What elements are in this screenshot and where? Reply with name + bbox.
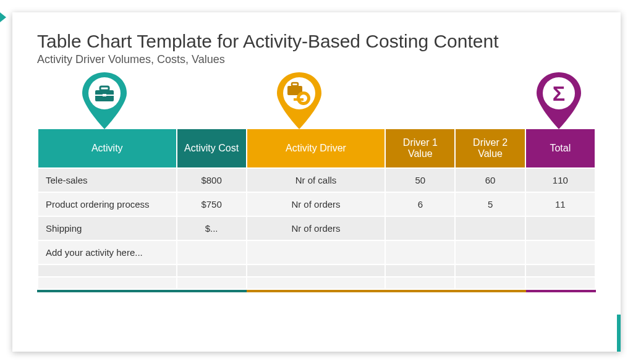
cell-cost [177,277,246,289]
table-body: Tele-sales $800 Nr of calls 50 60 110 Pr… [38,169,595,289]
table-row: Product ordering process $750 Nr of orde… [38,193,595,216]
cell-d1 [386,265,454,276]
cell-total [526,265,595,276]
cell-activity [38,265,176,276]
cell-driver [247,241,385,264]
cell-driver [247,265,385,276]
cell-d2 [456,217,524,240]
table-row: Tele-sales $800 Nr of calls 50 60 110 [38,169,595,192]
cell-total: 110 [526,169,595,192]
cell-activity [38,277,176,289]
cell-total [526,277,595,289]
cell-d1 [386,241,454,264]
cell-activity: Add your activity here... [38,241,176,264]
table-row: Shipping $... Nr of orders [38,217,595,240]
cell-d2 [456,241,524,264]
cell-d1 [386,217,454,240]
border-segment-teal [37,290,247,292]
slide: Table Chart Template for Activity-Based … [12,12,621,352]
col-total: Total [526,129,595,167]
table-bottom-border [37,290,596,292]
briefcase-tape-icon [275,72,323,129]
svg-rect-4 [103,94,106,96]
cell-driver: Nr of orders [247,193,385,216]
cell-d2: 5 [456,193,524,216]
col-activity: Activity [38,129,176,167]
cell-total: 11 [526,193,595,216]
col-driver2: Driver 2 Value [456,129,524,167]
cell-activity: Product ordering process [38,193,176,216]
slide-title: Table Chart Template for Activity-Based … [37,31,596,52]
briefcase-icon [80,72,129,129]
cell-cost: $800 [177,169,246,192]
col-driver: Activity Driver [247,129,385,167]
cell-d2 [456,277,524,289]
border-segment-magenta [526,290,596,292]
cell-d1 [386,277,454,289]
cell-activity: Tele-sales [38,169,176,192]
cell-total [526,241,595,264]
pin-row: Σ [37,72,596,128]
col-driver1: Driver 1 Value [386,129,454,167]
table-header-row: Activity Activity Cost Activity Driver D… [38,129,595,167]
svg-rect-10 [294,98,304,101]
cell-cost: $750 [177,193,246,216]
left-accent-tab [0,12,6,22]
cell-cost [177,265,246,276]
cell-cost [177,241,246,264]
table-row [38,277,595,289]
cell-d2 [456,265,524,276]
svg-text:Σ: Σ [553,82,565,105]
border-segment-orange [247,290,526,292]
cell-driver [247,277,385,289]
table-row: Add your activity here... [38,241,595,264]
table-row [38,265,595,276]
costing-table: Activity Activity Cost Activity Driver D… [37,128,596,290]
cell-driver: Nr of calls [247,169,385,192]
slide-subtitle: Activity Driver Volumes, Costs, Values [37,53,596,66]
sigma-icon: Σ [535,72,583,129]
cell-total [526,217,595,240]
cell-d1: 6 [386,193,454,216]
cell-d2: 60 [456,169,524,192]
corner-accent-tab [617,315,621,352]
col-cost: Activity Cost [177,129,246,167]
cell-activity: Shipping [38,217,176,240]
cell-cost: $... [177,217,246,240]
cell-d1: 50 [386,169,454,192]
cell-driver: Nr of orders [247,217,385,240]
